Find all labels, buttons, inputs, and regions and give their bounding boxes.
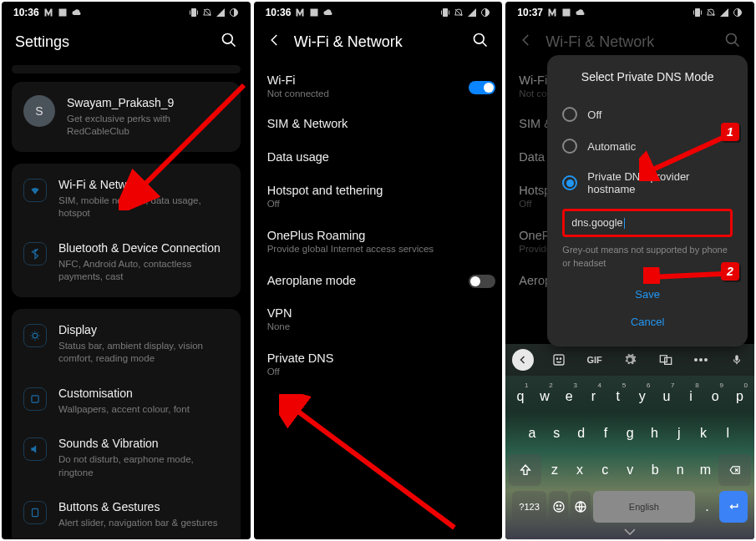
key-p[interactable]: p0 <box>728 381 751 412</box>
key-enter[interactable] <box>719 491 748 523</box>
key-g[interactable]: g <box>619 417 642 449</box>
key-shift[interactable] <box>509 454 541 486</box>
keyboard[interactable]: GIF q1w2e3r4t5y6u7i8o9p0 asdfghjkl zxcvb… <box>505 344 754 539</box>
radio-hostname[interactable]: Private DNS provider hostname <box>562 162 733 204</box>
aeroplane-toggle[interactable] <box>469 275 495 288</box>
dns-hostname-input[interactable]: dns.google <box>562 209 733 237</box>
key-l[interactable]: l <box>717 417 739 449</box>
row-data-usage[interactable]: Data usage <box>254 140 503 174</box>
kb-translate-icon[interactable] <box>655 349 677 371</box>
key-b[interactable]: b <box>643 454 667 486</box>
key-k[interactable]: k <box>692 417 714 449</box>
page-title: Wi-Fi & Network <box>294 33 461 51</box>
annotation-1: 1 <box>721 123 739 141</box>
profile-card[interactable]: S Swayam_Prakash_9 Get exclusive perks w… <box>12 82 241 152</box>
row-sounds[interactable]: Sounds & Vibration Do not disturb, earph… <box>12 426 241 489</box>
search-button[interactable] <box>472 32 489 52</box>
radio-icon <box>562 107 577 122</box>
signal-icon <box>216 8 226 18</box>
key-y[interactable]: y6 <box>631 381 653 412</box>
status-time: 10:36 <box>13 7 39 18</box>
row-hotspot[interactable]: Hotspot and tethering Off <box>254 174 503 219</box>
search-icon <box>724 32 741 48</box>
row-display[interactable]: Display Status bar, ambient display, vis… <box>12 312 241 376</box>
keyboard-rows: q1w2e3r4t5y6u7i8o9p0 asdfghjkl zxcvbnm ?… <box>505 376 754 523</box>
wifi-toggle[interactable] <box>469 81 495 94</box>
cancel-button[interactable]: Cancel <box>619 309 676 335</box>
input-value: dns.google <box>571 217 723 229</box>
key-v[interactable]: v <box>618 454 642 486</box>
kb-more-icon[interactable] <box>690 349 712 371</box>
kb-gif-button[interactable]: GIF <box>584 349 606 371</box>
row-wifi-network[interactable]: Wi-Fi & Network SIM, mobile network, dat… <box>12 167 241 230</box>
status-bar: 10:36 <box>254 2 503 22</box>
m-icon <box>43 8 53 18</box>
row-sub: SIM, mobile network, data usage, hotspot <box>58 195 229 220</box>
key-w[interactable]: w2 <box>534 381 556 412</box>
key-r[interactable]: r4 <box>582 381 605 412</box>
svg-point-23 <box>560 358 561 359</box>
row-vpn[interactable]: VPN None <box>254 296 503 341</box>
svg-point-26 <box>694 358 698 362</box>
save-button[interactable]: Save <box>623 281 672 307</box>
key-c[interactable]: c <box>593 454 616 486</box>
key-e[interactable]: e3 <box>558 381 581 412</box>
back-button[interactable] <box>267 33 282 51</box>
kb-mic-icon[interactable] <box>726 349 748 371</box>
row-title: Bluetooth & Device Connection <box>58 240 229 256</box>
row-aeroplane[interactable]: Aeroplane mode <box>254 264 503 296</box>
row-sub: Not connected <box>267 88 329 99</box>
key-u[interactable]: u7 <box>655 381 677 412</box>
search-button[interactable] <box>221 32 237 52</box>
row-wifi[interactable]: Wi-Fi Not connected <box>254 65 503 107</box>
m-icon <box>547 8 557 18</box>
key-o[interactable]: o9 <box>704 381 727 412</box>
key-n[interactable]: n <box>668 454 692 486</box>
key-d[interactable]: d <box>570 417 592 449</box>
kb-sticker-icon[interactable] <box>548 349 570 371</box>
key-backspace[interactable] <box>718 454 751 486</box>
key-emoji[interactable] <box>549 491 569 523</box>
svg-rect-3 <box>32 396 38 402</box>
row-buttons[interactable]: Buttons & Gestures Alert slider, navigat… <box>12 489 241 539</box>
row-title: Customisation <box>58 386 229 402</box>
key-i[interactable]: i8 <box>680 381 703 412</box>
key-globe[interactable] <box>571 491 591 523</box>
radio-label: Private DNS provider hostname <box>587 170 733 195</box>
key-f[interactable]: f <box>594 417 616 449</box>
radio-label: Off <box>587 109 601 121</box>
signal-icon <box>719 8 729 18</box>
radio-icon <box>562 175 577 190</box>
dialog-title: Select Private DNS Mode <box>562 70 733 83</box>
key-q[interactable]: q1 <box>509 381 531 412</box>
radio-off[interactable]: Off <box>562 99 733 130</box>
radio-automatic[interactable]: Automatic <box>562 130 733 162</box>
row-private-dns[interactable]: Private DNS Off <box>254 341 503 387</box>
key-x[interactable]: x <box>568 454 591 486</box>
key-j[interactable]: j <box>667 417 690 449</box>
svg-rect-21 <box>554 355 564 365</box>
svg-point-28 <box>704 358 708 362</box>
row-roaming[interactable]: OnePlus Roaming Provide global Internet … <box>254 219 503 264</box>
key-z[interactable]: z <box>543 454 566 486</box>
row-sim[interactable]: SIM & Network <box>254 107 503 140</box>
svg-point-22 <box>556 358 557 359</box>
key-t[interactable]: t5 <box>606 381 629 412</box>
key-space[interactable]: English <box>593 491 695 523</box>
row-bluetooth[interactable]: Bluetooth & Device Connection NFC, Andro… <box>12 230 241 294</box>
key-h[interactable]: h <box>643 417 666 449</box>
connectivity-card: Wi-Fi & Network SIM, mobile network, dat… <box>12 164 241 297</box>
key-m[interactable]: m <box>693 454 717 486</box>
key-s[interactable]: s <box>545 417 568 449</box>
collapse-keyboard[interactable] <box>505 523 754 539</box>
key-a[interactable]: a <box>520 417 543 449</box>
kb-back-icon[interactable] <box>512 349 534 371</box>
page-title: Wi-Fi & Network <box>545 33 713 51</box>
svg-point-31 <box>560 505 561 506</box>
key-symbols[interactable]: ?123 <box>512 491 546 523</box>
row-customisation[interactable]: Customisation Wallpapers, accent colour,… <box>12 376 241 426</box>
row-sub: Status bar, ambient display, vision comf… <box>58 340 229 366</box>
key-period[interactable]: . <box>698 491 718 523</box>
kb-settings-icon[interactable] <box>619 349 641 371</box>
picture-icon <box>561 8 571 18</box>
